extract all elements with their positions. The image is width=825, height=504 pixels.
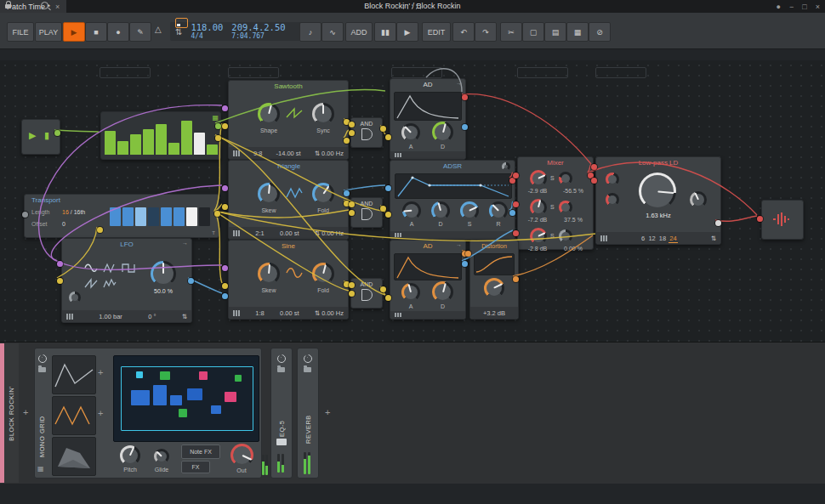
eq-curve-thumb[interactable]	[276, 439, 287, 445]
song-time[interactable]: 7:04.767	[231, 33, 285, 40]
gain-value[interactable]: -2.9 dB	[518, 188, 557, 194]
port[interactable]	[509, 178, 515, 184]
port[interactable]	[385, 212, 391, 218]
mixer-pan-knob-1[interactable]	[559, 172, 572, 185]
mixer-pan-knob-2[interactable]	[559, 201, 572, 214]
play-menu-button[interactable]: PLAY	[35, 22, 62, 42]
device-reverb[interactable]: REVERB	[297, 348, 319, 479]
port[interactable]	[57, 278, 63, 284]
port[interactable]	[57, 261, 63, 267]
decay-knob[interactable]	[432, 281, 453, 303]
device-folder-icon[interactable]	[277, 367, 285, 372]
loop-button[interactable]: ∿	[321, 22, 344, 42]
gain-value[interactable]: -2.8 dB	[518, 246, 557, 252]
port[interactable]	[513, 201, 519, 207]
quantize-button[interactable]: ♪	[299, 22, 321, 42]
attack-knob[interactable]	[401, 123, 420, 142]
port[interactable]	[715, 220, 721, 226]
updown-icon[interactable]: ⇅	[711, 235, 716, 242]
trigger-input-icon[interactable]	[395, 153, 396, 157]
device-folder-icon[interactable]	[304, 367, 311, 372]
pan-value[interactable]: 0.00 %	[555, 246, 591, 252]
pitch-value[interactable]: 0.00 st	[280, 229, 299, 237]
length-number[interactable]: 16	[62, 209, 69, 215]
lfo-phase-knob[interactable]	[69, 292, 81, 303]
play-button[interactable]: ▶	[63, 22, 85, 42]
module-sine[interactable]: Sine Skew Fold 1:8 0.00 st ⇅ 0.00 Hz	[228, 240, 349, 320]
adsr-depth-knob[interactable]	[502, 162, 510, 171]
add-device-before-icon[interactable]: +	[23, 407, 28, 417]
unison-icon[interactable]	[233, 230, 235, 236]
device-name[interactable]: REVERB	[304, 386, 312, 444]
length-unit[interactable]: / 16th	[71, 209, 86, 215]
device-power-icon[interactable]	[38, 354, 47, 363]
pitch-bars[interactable]	[105, 117, 218, 155]
osc-thumb-2[interactable]	[52, 396, 96, 435]
module-ad-1[interactable]: AD → A D	[390, 78, 466, 160]
device-eq5[interactable]: EQ-5	[270, 348, 293, 479]
shape-knob[interactable]	[258, 103, 280, 125]
cut-button[interactable]: ✂	[500, 22, 522, 42]
osc-thumb-3[interactable]	[52, 437, 96, 476]
port[interactable]	[513, 230, 519, 236]
trigger-play-icon[interactable]: ▶	[29, 130, 36, 141]
release-knob[interactable]	[489, 201, 508, 220]
port[interactable]	[97, 227, 103, 233]
cutoff-mod-knob-2[interactable]	[606, 193, 619, 207]
module-mixer[interactable]: Mixer S -2.9 dB -56.5 % S -7.2 dB 37.5 %…	[517, 156, 594, 250]
pitch-value[interactable]: 0.00 st	[280, 309, 299, 317]
resonance-knob[interactable]	[690, 191, 707, 208]
delete-button[interactable]: ⊘	[589, 22, 611, 42]
add-module-icon[interactable]: +	[98, 408, 103, 418]
fold-knob[interactable]	[312, 263, 334, 285]
port[interactable]	[349, 122, 355, 127]
unison-icon[interactable]	[233, 310, 235, 316]
lfo-sine-icon[interactable]	[84, 263, 98, 274]
lfo-phase-value[interactable]: 0 °	[148, 313, 156, 320]
mixer-pan-knob-3[interactable]	[559, 229, 572, 243]
port[interactable]	[509, 210, 515, 216]
module-audio-out[interactable]	[761, 200, 804, 240]
note-fx-button[interactable]: Note FX	[181, 445, 220, 459]
time-signature[interactable]: 4/4	[191, 33, 223, 40]
module-lowpass[interactable]: Low-pass LD 1.63 kHz 6 12 18 24 ⇅	[595, 156, 721, 245]
port[interactable]	[462, 94, 468, 100]
port[interactable]	[215, 135, 221, 141]
file-menu-button[interactable]: FILE	[7, 22, 34, 42]
port[interactable]	[385, 185, 391, 191]
tempo-and-signature[interactable]: 118.00 4/4	[191, 23, 223, 40]
adsr-display[interactable]	[395, 173, 512, 199]
device-mono-grid[interactable]: MONO GRID ▦ + + Pitch Glide Note FX FX	[34, 348, 262, 479]
port[interactable]	[215, 123, 221, 129]
edit-menu-button[interactable]: EDIT	[422, 22, 451, 42]
sync-knob[interactable]	[312, 103, 334, 125]
pole-selector[interactable]: 6 12 18 24	[640, 235, 677, 242]
decay-knob[interactable]	[431, 201, 450, 220]
device-grid-icon[interactable]: ▦	[37, 465, 44, 473]
add-module-icon[interactable]: +	[98, 367, 103, 377]
port[interactable]	[380, 206, 386, 212]
module-ad-2[interactable]: AD → A D	[390, 240, 466, 320]
lfo-amount-value[interactable]: 50.0 %	[144, 288, 183, 294]
song-position[interactable]: 209.4.2.50	[231, 23, 285, 32]
hz-value[interactable]: 0.00 Hz	[321, 229, 344, 237]
port[interactable]	[344, 190, 350, 196]
add-menu-button[interactable]: ADD	[345, 22, 373, 42]
pole-24[interactable]: 24	[669, 235, 677, 243]
port[interactable]	[591, 164, 597, 170]
module-and-3[interactable]: AND	[350, 278, 383, 309]
duplicate-button[interactable]: ▦	[566, 22, 589, 42]
port[interactable]	[222, 123, 228, 129]
port[interactable]	[380, 286, 386, 292]
pole-12[interactable]: 12	[647, 235, 656, 242]
port[interactable]	[465, 251, 471, 257]
port[interactable]	[54, 130, 60, 136]
lfo-triangle-icon[interactable]	[103, 263, 117, 274]
out-knob[interactable]	[230, 444, 253, 467]
automation-write-button[interactable]: ✎	[129, 22, 151, 42]
lfo-amount-knob[interactable]	[151, 261, 176, 286]
gain-value[interactable]: -7.2 dB	[518, 217, 557, 223]
fine-tune[interactable]: ⇅ 0.00 Hz	[315, 309, 344, 317]
hz-value[interactable]: 0.00 Hz	[321, 309, 344, 317]
distortion-curve-display[interactable]	[474, 253, 515, 275]
